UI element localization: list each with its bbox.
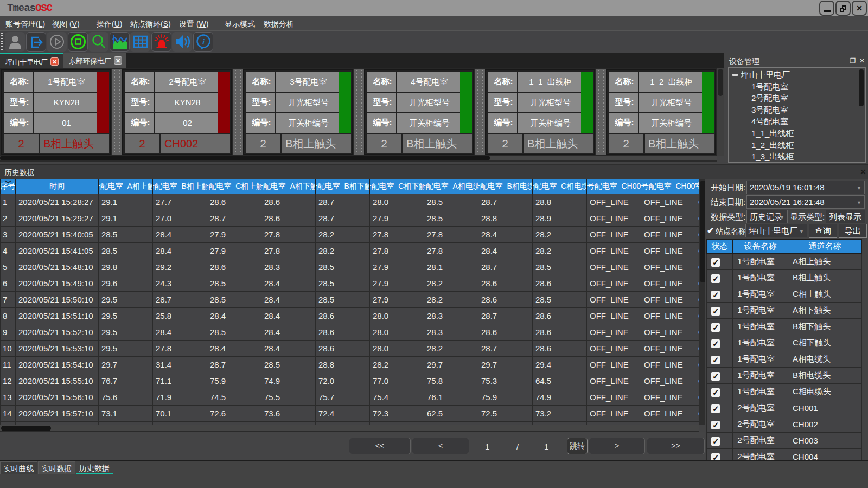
svg-text:i: i (202, 37, 205, 46)
